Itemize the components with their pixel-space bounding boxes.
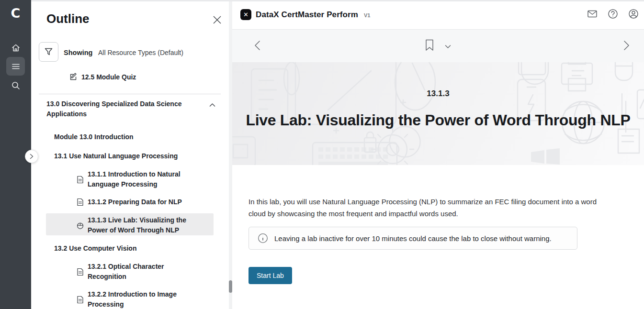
lesson-unit-number: 13.1.3 bbox=[232, 89, 644, 99]
top-edge-strip bbox=[31, 0, 644, 1]
menu-icon bbox=[11, 62, 20, 71]
info-icon bbox=[258, 233, 268, 243]
outline-item-13-2[interactable]: 13.2 Use Computer Vision bbox=[54, 243, 198, 254]
lesson-body: In this lab, you will use Natural Langua… bbox=[232, 165, 644, 309]
bookmark-group bbox=[425, 39, 452, 53]
outline-item-label: Module 13.0 Introduction bbox=[54, 133, 134, 141]
lesson-description: In this lab, you will use Natural Langua… bbox=[249, 196, 605, 220]
outline-panel: Outline Showing All Resource Types (Defa… bbox=[31, 0, 232, 309]
previous-page-button[interactable] bbox=[254, 40, 260, 53]
search-button[interactable] bbox=[6, 76, 25, 95]
document-icon bbox=[77, 198, 84, 206]
outline-item-module-quiz[interactable]: 12.5 Module Quiz bbox=[69, 73, 136, 81]
next-page-button[interactable] bbox=[623, 40, 630, 53]
outline-item-label: 13.2 Use Computer Vision bbox=[54, 244, 136, 252]
outline-menu-button[interactable] bbox=[6, 57, 25, 76]
course-version: V1 bbox=[364, 12, 370, 18]
outline-item-module-13-0-intro[interactable]: Module 13.0 Introduction bbox=[54, 132, 198, 142]
messages-button[interactable] bbox=[586, 8, 599, 20]
chevron-down-icon bbox=[445, 44, 452, 49]
course-title: DataX CertMaster Perform bbox=[256, 10, 358, 20]
filter-button[interactable] bbox=[39, 42, 58, 62]
filter-value: All Resource Types (Default) bbox=[98, 49, 183, 56]
home-button[interactable] bbox=[6, 38, 25, 57]
chevron-up-icon bbox=[209, 103, 215, 107]
start-lab-button[interactable]: Start Lab bbox=[249, 267, 292, 284]
inactivity-notice: Leaving a lab inactive for over 10 minut… bbox=[249, 227, 577, 250]
outline-panel-title: Outline bbox=[46, 11, 90, 26]
chevron-right-icon bbox=[30, 154, 34, 159]
outline-item-13-1-2[interactable]: 13.1.2 Preparing Data for NLP bbox=[77, 197, 196, 207]
search-icon bbox=[11, 81, 21, 90]
showing-label: Showing bbox=[64, 49, 92, 56]
outline-item-label: 12.5 Module Quiz bbox=[81, 73, 136, 81]
app-window: C Outline Showin bbox=[0, 0, 644, 309]
divider bbox=[39, 94, 221, 94]
outline-item-label: 13.1.1 Introduction to Natural Language … bbox=[88, 169, 191, 189]
outline-item-13-2-1[interactable]: 13.2.1 Optical Character Recognition bbox=[77, 262, 196, 282]
outline-item-label: 13.2.2 Introduction to Image Processing bbox=[88, 289, 191, 309]
datax-logo-icon: ✕ bbox=[240, 9, 251, 20]
comptia-logo: C bbox=[0, 6, 31, 21]
notice-text: Leaving a lab inactive for over 10 minut… bbox=[274, 234, 552, 243]
bookmark-icon bbox=[425, 39, 434, 51]
outline-item-13-1-1[interactable]: 13.1.1 Introduction to Natural Language … bbox=[77, 169, 196, 189]
document-icon bbox=[77, 176, 84, 184]
filter-funnel-icon bbox=[45, 48, 53, 56]
outline-item-13-1[interactable]: 13.1 Use Natural Language Processing bbox=[54, 151, 198, 161]
quiz-pencil-icon bbox=[69, 73, 78, 81]
close-icon bbox=[213, 15, 222, 24]
panel-expand-button[interactable] bbox=[25, 150, 38, 163]
help-icon bbox=[607, 8, 619, 20]
back-chevron-icon bbox=[254, 40, 260, 51]
mail-icon bbox=[587, 8, 598, 20]
account-button[interactable] bbox=[627, 8, 640, 20]
outline-item-label: 13.1.2 Preparing Data for NLP bbox=[88, 197, 191, 207]
course-header: ✕ DataX CertMaster Perform V1 bbox=[232, 0, 644, 30]
forward-chevron-icon bbox=[623, 40, 630, 51]
bookmark-menu-button[interactable] bbox=[445, 42, 452, 51]
document-icon bbox=[77, 268, 84, 276]
bookmark-button[interactable] bbox=[425, 39, 434, 53]
close-outline-button[interactable] bbox=[211, 13, 223, 26]
account-icon bbox=[628, 8, 639, 20]
outline-item-13-2-2[interactable]: 13.2.2 Introduction to Image Processing bbox=[77, 289, 196, 309]
outline-scrollbar-track[interactable] bbox=[229, 0, 232, 309]
header-actions bbox=[586, 8, 640, 20]
lesson-hero-banner: 13.1.3 Live Lab: Visualizing the Power o… bbox=[232, 62, 644, 165]
outline-item-13-1-3-selected[interactable]: 13.1.3 Live Lab: Visualizing the Power o… bbox=[77, 215, 196, 235]
mouse-icon bbox=[77, 221, 84, 230]
outline-item-label: 13.0 Discovering Specialized Data Scienc… bbox=[46, 100, 181, 118]
collapse-toggle[interactable] bbox=[209, 100, 215, 110]
lesson-title: Live Lab: Visualizing the Power of Word … bbox=[232, 111, 644, 129]
outline-section-13-0[interactable]: 13.0 Discovering Specialized Data Scienc… bbox=[46, 99, 196, 119]
outline-item-label: 13.2.1 Optical Character Recognition bbox=[88, 262, 191, 282]
home-icon bbox=[11, 43, 21, 53]
outline-item-label: 13.1 Use Natural Language Processing bbox=[54, 152, 178, 160]
outline-scrollbar-thumb[interactable] bbox=[229, 280, 232, 293]
course-brand: ✕ DataX CertMaster Perform V1 bbox=[240, 9, 371, 20]
lesson-toolbar bbox=[232, 30, 644, 62]
outline-item-label: 13.1.3 Live Lab: Visualizing the Power o… bbox=[88, 215, 191, 235]
help-button[interactable] bbox=[607, 8, 619, 20]
document-icon bbox=[77, 296, 84, 304]
main-content: ✕ DataX CertMaster Perform V1 bbox=[232, 0, 644, 309]
